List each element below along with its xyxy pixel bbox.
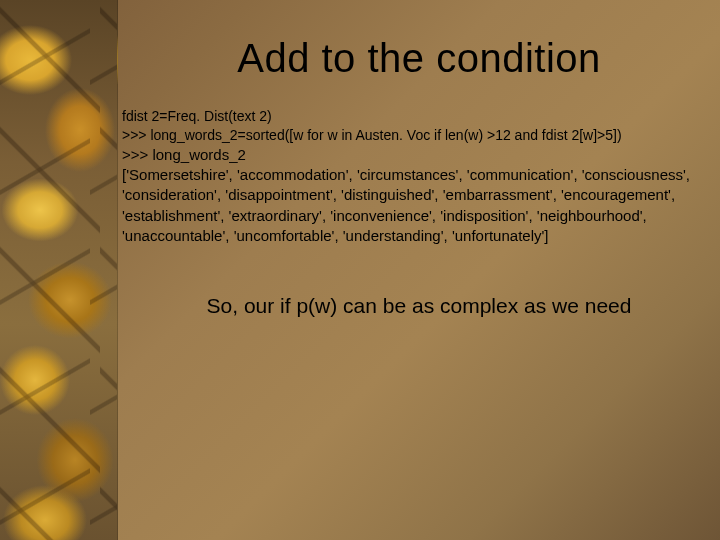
slide-title: Add to the condition — [118, 36, 720, 81]
slide-content: Add to the condition fdist 2=Freq. Dist(… — [118, 0, 720, 540]
code-line-1: fdist 2=Freq. Dist(text 2) — [122, 107, 708, 126]
code-output-list: ['Somersetshire', 'accommodation', 'circ… — [122, 165, 708, 246]
code-line-3: >>> long_words_2 — [122, 145, 708, 165]
code-line-2: >>> long_words_2=sorted([w for w in Aust… — [122, 126, 708, 145]
code-block: fdist 2=Freq. Dist(text 2) >>> long_word… — [118, 107, 720, 246]
conclusion-text: So, our if p(w) can be as complex as we … — [118, 294, 720, 318]
decorative-leaves-strip — [0, 0, 118, 540]
